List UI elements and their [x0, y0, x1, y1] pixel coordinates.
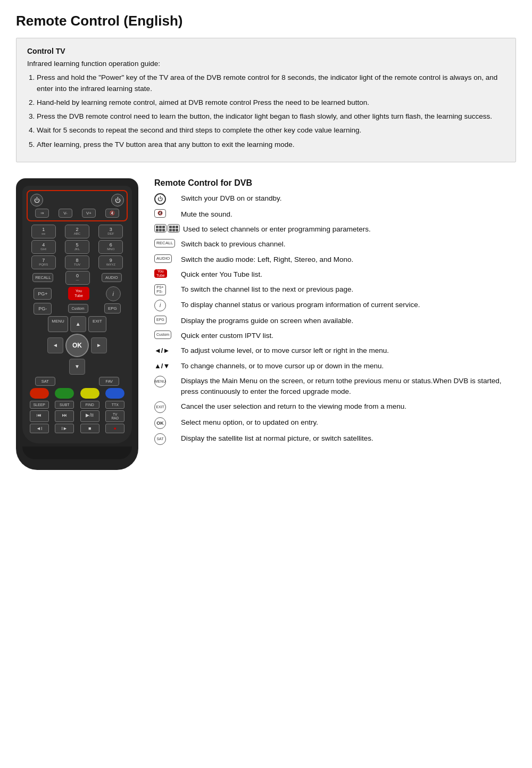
btn-5[interactable]: 5JKL — [65, 240, 89, 254]
btn-4[interactable]: 4GHI — [31, 240, 56, 254]
fav-button[interactable]: FAV — [99, 377, 119, 386]
blue-button[interactable] — [105, 388, 124, 399]
dvb-icon-power: ⏻ — [154, 193, 178, 205]
dvb-text-audio: Switch the audio mode: Left, Right, Ster… — [181, 254, 516, 265]
dvb-icon-ps: PS+PS- — [154, 284, 178, 295]
dvb-icon-ud: ▲/▼ — [154, 361, 178, 371]
custom-button[interactable]: Custom — [68, 304, 88, 313]
mute-tv-button[interactable]: 🔇 — [105, 209, 119, 218]
dvb-text-recall: Switch back to previous channel. — [181, 239, 516, 250]
dvb-icon-epg: EPG — [154, 316, 178, 324]
dvb-icon-youtube: YouTube — [154, 269, 178, 278]
pg-minus-button[interactable]: PG- — [34, 303, 52, 315]
btn-0[interactable]: 0— — [65, 271, 90, 285]
remote-bottom — [22, 447, 132, 459]
info-button[interactable]: i — [106, 286, 121, 301]
fastforward-button[interactable]: ⏭ — [55, 410, 74, 422]
down-button[interactable]: ▼ — [69, 359, 85, 375]
stop-button[interactable]: ■ — [80, 424, 99, 433]
dvb-icon-numgrid — [154, 224, 180, 233]
dvb-text-custom: Quick enter custom IPTV list. — [181, 331, 516, 341]
sat-row: SAT FAV — [27, 377, 128, 386]
tv-area: ⏻ ⏻ ⇒ V- V+ 🔇 — [27, 190, 128, 221]
recall-button[interactable]: RECALL — [32, 273, 53, 282]
dvb-item-ok: OK Select menu option, or to updated on … — [154, 417, 516, 429]
vol-minus-button[interactable]: V- — [59, 209, 72, 218]
btn-7[interactable]: 7PQRS — [31, 255, 56, 269]
play-button[interactable]: I► — [55, 424, 74, 433]
green-button[interactable] — [55, 388, 74, 399]
dvb-text-ps: To switch the channel list to the next o… — [181, 284, 516, 295]
dvb-icon-lr: ◄/► — [154, 345, 178, 356]
page-title: Remote Control (English) — [16, 13, 516, 29]
vol-plus-button[interactable]: V+ — [82, 209, 96, 218]
func-row-1: SLEEP SUBT FIND TTX — [27, 401, 128, 409]
ttx-button[interactable]: TTX — [105, 401, 124, 409]
dvb-text-mute: Mute the sound. — [181, 209, 516, 220]
power-right-button[interactable]: ⏻ — [111, 194, 124, 207]
dvb-item-power: ⏻ Switch your DVB on or standby. — [154, 193, 516, 205]
youtube-button[interactable]: YouTube — [68, 287, 89, 300]
ok-button[interactable]: OK — [65, 334, 89, 357]
remote-inner: ⏻ ⏻ ⇒ V- V+ 🔇 1oo 2ABC 3DEF 4GHI 5J — [22, 186, 132, 443]
sat-button[interactable]: SAT — [35, 377, 55, 386]
dvb-icon-audio: AUDIO — [154, 254, 178, 263]
right-button[interactable]: ► — [91, 337, 107, 353]
media-row-2: ◄I I► ■ ● — [27, 424, 128, 433]
dvb-text-info: To display channel status or various pro… — [181, 300, 516, 310]
dvb-text-menu: Displays the Main Menu on the screen, or… — [181, 376, 516, 398]
nav-down-row: ▼ — [27, 359, 128, 375]
vol-step-down-button[interactable]: ◄I — [30, 424, 49, 433]
dvb-descriptions: Remote Control for DVB ⏻ Switch your DVB… — [154, 178, 516, 450]
dvb-item-recall: RECALL Switch back to previous channel. — [154, 239, 516, 250]
red-button[interactable] — [30, 388, 49, 399]
power-left-button[interactable]: ⏻ — [30, 194, 43, 207]
remote-control: ⏻ ⏻ ⇒ V- V+ 🔇 1oo 2ABC 3DEF 4GHI 5J — [16, 178, 138, 470]
dvb-item-numgrid: Used to select channels or enter program… — [154, 224, 516, 235]
dvb-item-ud: ▲/▼ To change channels, or to move curso… — [154, 361, 516, 371]
dvb-item-ps: PS+PS- To switch the channel list to the… — [154, 284, 516, 295]
dvb-list: ⏻ Switch your DVB on or standby. 🔇 Mute … — [154, 193, 516, 445]
record-button[interactable]: ● — [105, 424, 124, 433]
num-row-1: 1oo 2ABC 3DEF — [27, 225, 128, 238]
num-row-3: 7PQRS 8TUV 9WXYZ — [27, 255, 128, 269]
nav-top-row: MENU ▲ EXIT — [27, 316, 128, 332]
btn-3[interactable]: 3DEF — [98, 225, 123, 238]
color-row — [27, 388, 128, 399]
tv-rad-button[interactable]: TVRAD — [105, 410, 124, 422]
dvb-text-ud: To change channels, or to move cursor up… — [181, 361, 516, 371]
step-3: Press the DVB remote control need to lea… — [37, 111, 505, 122]
btn-9[interactable]: 9WXYZ — [98, 255, 123, 269]
find-button[interactable]: FIND — [80, 401, 99, 409]
info-box-steps: Press and hold the "Power" key of the TV… — [27, 72, 505, 150]
pg-plus-button[interactable]: PG+ — [34, 288, 52, 300]
btn-8[interactable]: 8TUV — [65, 255, 89, 269]
dvb-icon-recall: RECALL — [154, 239, 178, 247]
rewind-button[interactable]: ⏮ — [30, 410, 49, 422]
left-button[interactable]: ◄ — [47, 337, 63, 353]
step-5: After learning, press the TV button area… — [37, 139, 505, 150]
tv-area-top: ⏻ ⏻ — [30, 194, 124, 207]
subt-button[interactable]: SUBT — [55, 401, 74, 409]
dvb-item-audio: AUDIO Switch the audio mode: Left, Right… — [154, 254, 516, 265]
yellow-button[interactable] — [80, 388, 99, 399]
dvb-item-youtube: YouTube Quick enter You Tube list. — [154, 269, 516, 280]
menu-button[interactable]: MENU — [48, 316, 68, 332]
dvb-item-lr: ◄/► To adjust volume level, or to move c… — [154, 345, 516, 356]
btn-2[interactable]: 2ABC — [65, 225, 89, 238]
btn-6[interactable]: 6MNO — [98, 240, 123, 254]
epg-button[interactable]: EPG — [104, 303, 121, 313]
up-button[interactable]: ▲ — [70, 316, 86, 332]
playpause-button[interactable]: ▶/II — [80, 410, 99, 422]
pg-bottom-row: PG- Custom EPG — [27, 303, 128, 315]
source-button[interactable]: ⇒ — [35, 209, 49, 218]
dvb-item-sat: SAT Display the satellite list at normal… — [154, 433, 516, 445]
sleep-button[interactable]: SLEEP — [30, 401, 49, 409]
audio-button[interactable]: AUDIO — [102, 273, 122, 282]
dvb-item-info: i To display channel status or various p… — [154, 300, 516, 311]
dvb-icon-exit: EXIT — [154, 401, 178, 413]
btn-1[interactable]: 1oo — [31, 225, 56, 238]
exit-button[interactable]: EXIT — [88, 316, 106, 332]
dvb-icon-info: i — [154, 300, 178, 311]
dvb-item-custom: Custom Quick enter custom IPTV list. — [154, 331, 516, 341]
